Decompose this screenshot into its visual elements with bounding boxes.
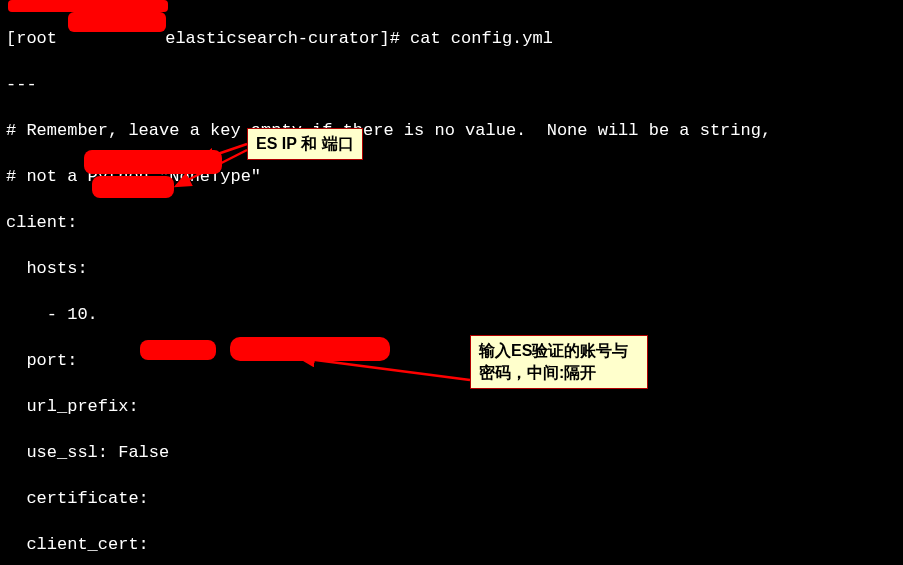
yaml-comment1: # Remember, leave a key empty if there i… xyxy=(6,119,897,142)
yaml-sep: --- xyxy=(6,73,897,96)
callout-es-ip-port: ES IP 和 端口 xyxy=(247,128,363,160)
yaml-use-ssl: use_ssl: False xyxy=(6,441,897,464)
yaml-hosts: hosts: xyxy=(6,257,897,280)
redaction-mark xyxy=(140,340,216,360)
redaction-mark xyxy=(84,150,222,174)
callout-label: ES IP 和 端口 xyxy=(256,135,354,152)
yaml-url-prefix: url_prefix: xyxy=(6,395,897,418)
prompt-user: [root xyxy=(6,29,57,48)
redaction-mark xyxy=(8,0,168,12)
yaml-host-item: - 10. xyxy=(6,303,897,326)
yaml-certificate: certificate: xyxy=(6,487,897,510)
command-text: cat config.yml xyxy=(410,29,553,48)
callout-label: 输入ES验证的账号与密码，中间:隔开 xyxy=(479,342,628,381)
prompt-path: elasticsearch-curator]# xyxy=(155,29,410,48)
redaction-mark xyxy=(92,176,174,198)
redaction-mark xyxy=(230,337,390,361)
yaml-client-cert: client_cert: xyxy=(6,533,897,556)
redaction-mark xyxy=(68,12,166,32)
yaml-client: client: xyxy=(6,211,897,234)
terminal-output: [root elasticsearch-curator]# cat config… xyxy=(0,0,903,565)
callout-es-auth: 输入ES验证的账号与密码，中间:隔开 xyxy=(470,335,648,389)
